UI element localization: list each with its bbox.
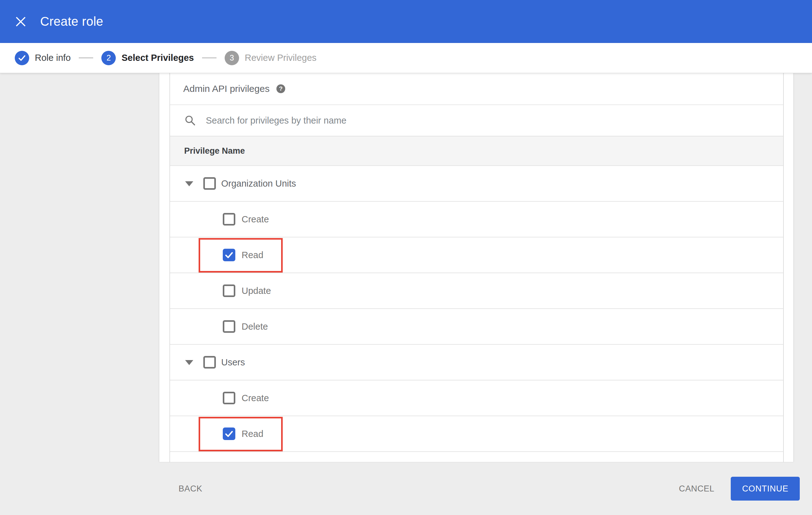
table-row-clipped [170,451,783,462]
privilege-label: Create [241,214,269,224]
help-icon[interactable]: ? [277,84,285,93]
privilege-search-row [170,104,783,136]
check-icon [224,429,234,438]
table-header: Privilege Name [170,136,783,165]
step3-label: Review Privileges [245,53,317,63]
step2-label: Select Privileges [121,53,194,63]
table-row-users[interactable]: Users [170,344,783,380]
caret-down-icon[interactable] [185,360,193,365]
section-title: Admin API privileges [183,84,269,94]
dialog-title: Create role [40,14,103,29]
step-role-info[interactable]: Role info [15,51,70,65]
privilege-label: Delete [241,322,268,332]
checkbox-users-read-checked[interactable] [223,427,235,440]
check-icon [224,250,234,260]
table-row-create[interactable]: Create [170,201,783,237]
table-row-users-create[interactable]: Create [170,380,783,416]
table-row-organization-units[interactable]: Organization Units [170,165,783,201]
footer-bar: BACK CANCEL CONTINUE [0,462,812,515]
checkbox-users[interactable] [203,356,216,368]
table-header-label: Privilege Name [184,146,245,156]
app-bar: Create role [0,0,812,43]
privilege-search-input[interactable] [206,115,676,126]
cancel-button[interactable]: CANCEL [679,462,715,515]
privilege-label: Users [221,357,245,368]
checkbox-organization-units[interactable] [203,177,216,190]
privilege-label: Organization Units [221,178,296,189]
back-button[interactable]: BACK [178,462,202,515]
step3-indicator: 3 [225,51,239,65]
privileges-dialog-panel: Admin API privileges ? Privilege Name Or… [160,73,793,462]
stepper: Role info 2 Select Privileges 3 Review P… [0,43,812,73]
table-row-update[interactable]: Update [170,273,783,308]
privilege-label: Read [241,429,263,439]
step1-label: Role info [35,53,70,63]
checkbox-read-checked[interactable] [223,249,235,261]
checkbox-create[interactable] [223,213,235,225]
close-icon [15,16,27,28]
checkbox-users-create[interactable] [223,392,235,404]
checkbox-update[interactable] [223,284,235,297]
close-button[interactable] [14,15,28,29]
checkbox-delete[interactable] [223,320,235,333]
step-review-privileges[interactable]: 3 Review Privileges [225,51,317,65]
step2-indicator: 2 [102,51,116,65]
privilege-label: Read [241,250,263,260]
step-select-privileges[interactable]: 2 Select Privileges [102,51,194,65]
table-row-read[interactable]: Read [170,237,783,273]
privilege-label: Update [241,286,271,296]
section-header: Admin API privileges ? [170,73,783,104]
privileges-table-panel: Admin API privileges ? Privilege Name Or… [169,73,784,462]
continue-button[interactable]: CONTINUE [731,477,800,501]
search-icon [184,115,196,126]
page-background: Admin API privileges ? Privilege Name Or… [0,73,812,515]
highlight-annotation-box [199,417,283,451]
step1-check-icon [15,51,29,65]
table-row-users-read[interactable]: Read [170,416,783,451]
privilege-label: Create [241,393,269,403]
step-connector [202,57,216,58]
caret-down-icon[interactable] [185,181,193,186]
step-connector [79,57,93,58]
table-row-delete[interactable]: Delete [170,308,783,344]
highlight-annotation-box [199,238,283,273]
